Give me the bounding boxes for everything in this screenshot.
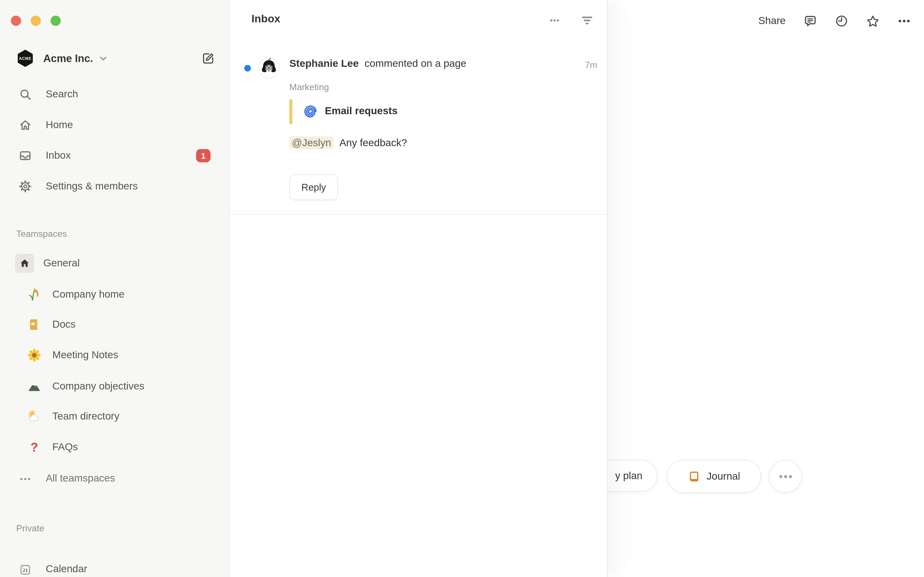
reply-button[interactable]: Reply (289, 174, 338, 200)
sidebar-item-label: Search (46, 89, 78, 100)
sidebar-item-docs[interactable]: Docs (10, 312, 221, 337)
sidebar-item-company-objectives[interactable]: Company objectives (10, 374, 221, 399)
inbox-panel-title: Inbox (252, 13, 280, 26)
compose-icon (202, 52, 214, 64)
chevron-down-icon (99, 54, 107, 62)
workspace-logo: ACME (16, 49, 34, 67)
sidebar-item-meeting-notes[interactable]: Meeting Notes (10, 343, 221, 368)
comment-body: @Jeslyn Any feedback? (289, 137, 407, 149)
teamspace-page-label: Docs (52, 319, 76, 330)
teamspace-page-label: Company home (52, 288, 124, 301)
journal-book-icon (688, 470, 700, 482)
inbox-more-button[interactable] (548, 13, 562, 27)
ellipsis-icon (19, 472, 32, 485)
avatar (258, 57, 280, 79)
sidebar-item-all-teamspaces[interactable]: All teamspaces (10, 466, 221, 490)
inbox-filter-button[interactable] (580, 13, 594, 27)
teamspace-name: Marketing (289, 82, 329, 92)
favorite-button[interactable] (866, 15, 879, 27)
sidebar-item-label: Settings & members (46, 180, 138, 192)
svg-text:?: ? (30, 440, 38, 454)
teamspace-page-label: Company objectives (52, 380, 145, 393)
workspace-switcher[interactable]: ACME Acme Inc. (10, 47, 221, 70)
notification-header: Stephanie Lee commented on a page (289, 58, 466, 70)
pill-plan-label: y plan (615, 470, 643, 482)
unread-dot (244, 65, 251, 72)
comments-button[interactable] (804, 15, 817, 27)
more-icon (777, 469, 793, 484)
more-icon (898, 15, 911, 27)
pill-journal-button[interactable]: Journal (667, 460, 761, 493)
sidebar-item-team-directory[interactable]: Team directory (10, 404, 221, 429)
sidebar-item-inbox[interactable]: Inbox 1 (10, 144, 221, 168)
notification-divider (231, 214, 607, 215)
sidebar-item-settings[interactable]: Settings & members (10, 174, 221, 198)
comment-icon (804, 15, 817, 27)
comment-text: Any feedback? (339, 137, 407, 148)
inbox-unread-badge: 1 (196, 149, 210, 162)
sheaf-of-rice-icon (27, 287, 42, 302)
reply-label: Reply (302, 182, 326, 193)
action-text: commented on a page (365, 58, 466, 69)
teamspace-page-label: Meeting Notes (52, 349, 118, 361)
inbox-panel: Inbox (231, 0, 608, 577)
sidebar-item-company-home[interactable]: Company home (10, 282, 221, 307)
pill-journal-label: Journal (707, 470, 740, 482)
sidebar-item-label: Home (46, 119, 73, 131)
sidebar-item-label: Inbox (46, 150, 71, 162)
workspace-name: Acme Inc. (43, 52, 93, 64)
app-window: ACME Acme Inc. Search (0, 0, 924, 577)
sidebar-item-calendar[interactable]: 21 Calendar (10, 557, 221, 577)
workspace-logo-text: ACME (19, 56, 32, 61)
notification-time: 7m (585, 60, 597, 70)
close-button[interactable] (11, 16, 21, 26)
more-icon (548, 14, 561, 27)
sidebar: ACME Acme Inc. Search (0, 0, 231, 577)
sun-behind-cloud-icon (27, 409, 42, 424)
home-icon (19, 119, 32, 132)
house-icon (19, 258, 30, 269)
zoom-button[interactable] (50, 16, 61, 26)
topbar: Share (758, 0, 924, 42)
teamspace-page-label: Team directory (52, 411, 120, 423)
sidebar-item-home[interactable]: Home (10, 113, 221, 137)
mention-chip[interactable]: @Jeslyn (289, 137, 334, 149)
sunflower-icon (27, 348, 42, 363)
actor-name: Stephanie Lee (289, 58, 359, 69)
question-mark-icon: ? (27, 440, 42, 455)
inbox-icon (19, 149, 32, 162)
clock-icon (835, 15, 848, 27)
more-button[interactable] (898, 15, 911, 27)
teamspace-label: General (43, 257, 80, 269)
search-icon (19, 88, 32, 101)
filter-icon (581, 14, 594, 27)
mountain-icon (27, 379, 42, 394)
share-button[interactable]: Share (758, 15, 786, 27)
calendar-day-number: 21 (23, 567, 28, 573)
gear-icon (19, 180, 32, 193)
updates-button[interactable] (835, 15, 848, 27)
teamspace-icon-frame (15, 254, 34, 273)
minimize-button[interactable] (31, 16, 41, 26)
pill-more-button[interactable] (769, 460, 802, 493)
ledger-icon (27, 318, 42, 332)
teamspaces-section-label: Teamspaces (16, 228, 67, 239)
star-icon (866, 15, 879, 28)
private-section-label: Private (16, 523, 45, 533)
sidebar-item-search[interactable]: Search (10, 82, 221, 106)
calendar-icon: 21 (19, 562, 32, 576)
quote-bar (289, 99, 292, 124)
cyclone-icon (303, 105, 318, 119)
sidebar-item-faqs[interactable]: ? FAQs (10, 435, 221, 460)
sidebar-item-label: Calendar (46, 563, 87, 575)
sidebar-item-general[interactable]: General (10, 251, 221, 276)
page-link[interactable]: Email requests (325, 105, 397, 117)
sidebar-item-label: All teamspaces (46, 472, 115, 484)
teamspace-page-label: FAQs (52, 441, 78, 453)
new-page-button[interactable] (200, 50, 216, 67)
